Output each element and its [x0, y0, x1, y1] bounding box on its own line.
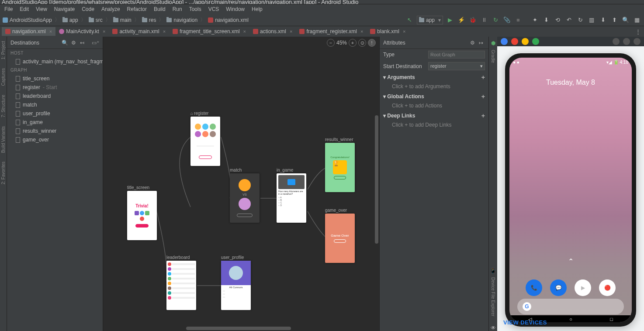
tab-mainactivity-kt[interactable]: MainActivity.kt× — [55, 27, 109, 36]
menu-help[interactable]: Help — [252, 6, 263, 12]
node-results-winner[interactable]: results_winner Congratulations! 🏆 — [325, 137, 355, 192]
menu-file[interactable]: File — [4, 6, 13, 12]
graph-item-in-game[interactable]: in_game — [7, 118, 103, 127]
breadcrumb-app[interactable]: app — [62, 17, 78, 23]
nav-recent-button[interactable]: □ — [610, 317, 613, 322]
breadcrumb-src[interactable]: src — [89, 17, 103, 23]
gradle-tool-button[interactable]: Gradle — [491, 50, 495, 63]
close-icon[interactable]: × — [360, 29, 363, 34]
favorites-tool-button[interactable]: 2: Favorites — [1, 162, 6, 184]
gradle-icon[interactable]: ⬢ — [491, 40, 495, 46]
nav-home-button[interactable]: ○ — [569, 317, 572, 322]
add-action-button[interactable]: + — [481, 93, 485, 100]
browser-icon[interactable] — [511, 38, 518, 45]
graph-item-results-winner[interactable]: results_winner — [7, 127, 103, 135]
gear-icon[interactable]: ⚙ — [69, 39, 77, 47]
messages-app-icon[interactable]: 💬 — [550, 279, 567, 296]
tab-navigation-xml[interactable]: navigation.xml× — [2, 27, 55, 36]
node-user-profile[interactable]: user_profile Ali Connors ——— — [221, 255, 251, 310]
view-devices-link[interactable]: VIEW DEVICES — [503, 319, 547, 326]
phone-screen[interactable]: ● ● ▾◢ 🔋 4:18 Tuesday, May 8 ⌃ 📞 💬 ▶ 🔴 G… — [509, 58, 632, 322]
breadcrumb-file[interactable]: navigation.xml — [208, 17, 249, 23]
menu-window[interactable]: Window — [226, 6, 245, 12]
run-button[interactable]: ▶ — [446, 16, 454, 24]
close-icon[interactable]: × — [290, 29, 292, 34]
add-argument-button[interactable]: + — [481, 74, 485, 81]
undo-button[interactable]: ↶ — [564, 16, 573, 24]
menu-run[interactable]: Run — [173, 6, 182, 12]
sdk-button[interactable]: ⬇ — [542, 16, 551, 24]
node-match[interactable]: match VS — [230, 168, 260, 223]
profile-button[interactable]: ⏸ — [480, 16, 488, 24]
graph-item-title-screen[interactable]: title_screen — [7, 74, 103, 83]
play-store-icon[interactable]: ▶ — [575, 279, 591, 296]
stop-button[interactable]: ■ — [514, 16, 523, 24]
project-tool-button[interactable]: 1: Project — [1, 41, 6, 59]
graph-item-register[interactable]: register - Start — [7, 83, 103, 92]
tab-fragment-register-xml[interactable]: fragment_register.xml× — [296, 27, 367, 36]
node-in-game[interactable]: in_game How many kilometers are in a mar… — [277, 168, 306, 223]
collapse-right-icon[interactable]: ↦ — [477, 39, 485, 47]
viewer-icon[interactable]: 👁 — [491, 325, 496, 331]
download-button[interactable]: ⬇ — [599, 16, 607, 24]
menu-vcs[interactable]: VCS — [208, 6, 219, 12]
device-icon[interactable]: 📱 — [490, 268, 496, 274]
build-variants-tool-button[interactable]: Build Variants — [1, 126, 6, 153]
close-icon[interactable]: × — [163, 29, 166, 34]
browser-icon[interactable] — [501, 38, 508, 45]
google-search-bar[interactable]: G — [517, 299, 624, 314]
apply-changes-button[interactable]: ⚡ — [457, 16, 466, 24]
device-file-explorer-button[interactable]: Device File Explorer — [491, 277, 495, 316]
back-arrow-icon[interactable]: ↖ — [405, 16, 414, 24]
upload-button[interactable]: ⬆ — [610, 16, 619, 24]
menu-analyze[interactable]: Analyze — [101, 6, 120, 12]
tabs-dropdown-icon[interactable]: ⋮ — [634, 27, 642, 36]
breadcrumb-project[interactable]: AndroidStudioApp — [3, 17, 52, 23]
graph-item-leaderboard[interactable]: leaderboard — [7, 92, 103, 100]
graph-item-match[interactable]: match — [7, 100, 103, 109]
search-everywhere-button[interactable]: 🔍 — [621, 16, 630, 24]
phone-app-icon[interactable]: 📞 — [526, 279, 542, 296]
redo-button[interactable]: ↻ — [576, 16, 585, 24]
menu-navigate[interactable]: Navigate — [54, 6, 75, 12]
menu-code[interactable]: Code — [82, 6, 94, 12]
browser-icon[interactable] — [522, 38, 529, 45]
horizontal-scrollbar[interactable] — [186, 327, 291, 330]
breadcrumb-main[interactable]: main — [113, 17, 132, 23]
zoom-out-button[interactable]: − — [327, 39, 335, 47]
close-icon[interactable]: × — [243, 29, 246, 34]
run-config-dropdown[interactable]: app — [417, 16, 443, 24]
node-register[interactable]: ⌂register — [190, 111, 220, 166]
search-icon[interactable]: 🔍 — [61, 39, 69, 47]
close-icon[interactable]: × — [403, 29, 405, 34]
chevron-up-icon[interactable]: ⌃ — [509, 257, 632, 265]
tab-blank-xml[interactable]: blank.xml× — [367, 27, 409, 36]
browser-icon[interactable] — [634, 38, 641, 45]
collapse-icon[interactable]: ↤ — [78, 39, 86, 47]
attach-button[interactable]: 📎 — [502, 16, 511, 24]
menu-refactor[interactable]: Refactor — [127, 6, 147, 12]
sync-button[interactable]: ⟲ — [553, 16, 562, 24]
coverage-button[interactable]: ↻ — [491, 16, 500, 24]
graph-item-user-profile[interactable]: user_profile — [7, 109, 103, 118]
menu-edit[interactable]: Edit — [20, 6, 29, 12]
vertical-scrollbar[interactable] — [375, 115, 378, 244]
close-icon[interactable]: × — [49, 29, 52, 34]
arguments-section[interactable]: ▾ Arguments+ — [380, 72, 488, 83]
add-deep-link-button[interactable]: + — [481, 112, 485, 119]
deep-links-section[interactable]: ▾ Deep Links+ — [380, 110, 488, 121]
browser-icon[interactable] — [532, 38, 539, 45]
structure-tool-button[interactable]: 7: Structure — [1, 95, 6, 117]
structure-button[interactable]: ▥ — [587, 16, 596, 24]
tab-activity-main-xml[interactable]: activity_main.xml× — [109, 27, 169, 36]
breadcrumb-res[interactable]: res — [142, 17, 156, 23]
menu-build[interactable]: Build — [154, 6, 166, 12]
node-title-screen[interactable]: title_screen Trivia! — [127, 185, 157, 240]
zoom-fit-button[interactable]: ⊙ — [358, 39, 366, 47]
chrome-icon[interactable]: 🔴 — [599, 279, 616, 296]
browser-icon[interactable] — [613, 38, 620, 45]
node-game-over[interactable]: game_over Game Over — [325, 208, 355, 263]
breadcrumb-navigation[interactable]: navigation — [166, 17, 197, 23]
navigation-graph-canvas[interactable]: − 45% + ⊙ ! ⌂register — [103, 37, 379, 331]
node-leaderboard[interactable]: leaderboard — [166, 255, 196, 310]
